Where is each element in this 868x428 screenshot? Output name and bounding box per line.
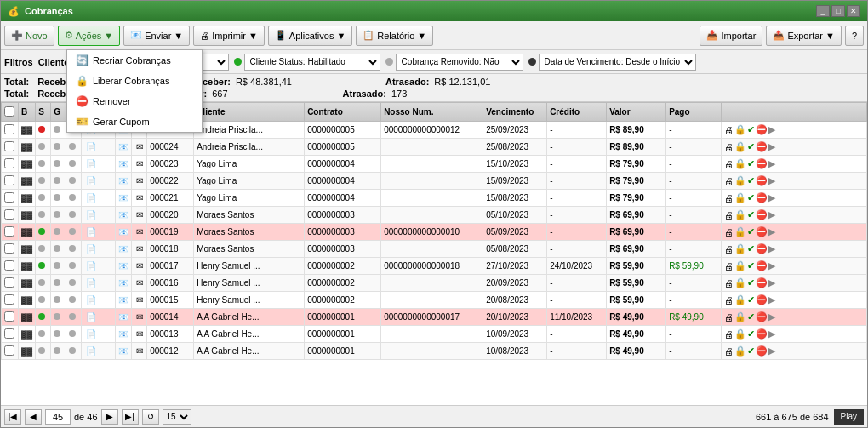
row-check[interactable] xyxy=(2,241,19,258)
check-action-icon[interactable]: ✔ xyxy=(747,209,755,220)
row-m1[interactable]: 📧 xyxy=(116,258,132,275)
check-action-icon[interactable]: ✔ xyxy=(747,311,755,322)
lock-action-icon[interactable]: 🔒 xyxy=(734,192,746,203)
row-m2[interactable]: ✉ xyxy=(132,275,147,292)
liberar-cobranças-menu-item[interactable]: 🔒 Liberar Cobranças xyxy=(67,71,202,91)
row-m1[interactable]: 📧 xyxy=(116,309,132,326)
lock-action-icon[interactable]: 🔒 xyxy=(734,311,746,322)
remove-action-icon[interactable]: ⛔ xyxy=(756,192,768,203)
remove-action-icon[interactable]: ⛔ xyxy=(756,226,768,237)
scroll-action-icon[interactable]: ▶ xyxy=(768,277,775,288)
recriar-cobranças-menu-item[interactable]: 🔄 Recriar Cobranças xyxy=(67,50,202,71)
print-action-icon[interactable]: 🖨 xyxy=(724,295,734,305)
refresh-button[interactable]: ↺ xyxy=(142,409,159,425)
remove-action-icon[interactable]: ⛔ xyxy=(756,345,768,357)
print-action-icon[interactable]: 🖨 xyxy=(724,142,734,152)
lock-action-icon[interactable]: 🔒 xyxy=(734,260,746,271)
print-action-icon[interactable]: 🖨 xyxy=(724,193,734,203)
row-m2[interactable]: ✉ xyxy=(132,292,147,309)
row-m2[interactable]: ✉ xyxy=(132,224,147,241)
row-check[interactable] xyxy=(2,224,19,241)
row-m1[interactable]: 📧 xyxy=(116,292,132,309)
gerar-cupom-menu-item[interactable]: 🎫 Gerar Cupom xyxy=(67,111,202,132)
last-page-button[interactable]: ▶| xyxy=(122,409,139,425)
row-nf[interactable]: 📄 xyxy=(82,275,100,292)
print-action-icon[interactable]: 🖨 xyxy=(724,176,734,186)
lock-action-icon[interactable]: 🔒 xyxy=(734,277,746,288)
select-all-checkbox[interactable] xyxy=(4,106,14,117)
row-nf[interactable]: 📄 xyxy=(82,326,100,343)
first-page-button[interactable]: |◀ xyxy=(4,409,21,425)
maximize-button[interactable]: □ xyxy=(831,5,845,17)
row-nf[interactable]: 📄 xyxy=(82,156,100,173)
row-nf[interactable]: 📄 xyxy=(82,207,100,224)
row-check[interactable] xyxy=(2,122,19,139)
header-contrato[interactable]: Contrato xyxy=(305,103,381,122)
row-check[interactable] xyxy=(2,309,19,326)
check-action-icon[interactable]: ✔ xyxy=(747,158,755,169)
row-nf[interactable]: 📄 xyxy=(82,139,100,156)
row-m2[interactable]: ✉ xyxy=(132,156,147,173)
row-m2[interactable]: ✉ xyxy=(132,258,147,275)
check-action-icon[interactable]: ✔ xyxy=(747,243,755,254)
print-action-icon[interactable]: 🖨 xyxy=(724,210,734,220)
row-m1[interactable]: 📧 xyxy=(116,326,132,343)
check-action-icon[interactable]: ✔ xyxy=(747,345,755,357)
check-action-icon[interactable]: ✔ xyxy=(747,294,755,305)
row-m1[interactable]: 📧 xyxy=(116,241,132,258)
scroll-action-icon[interactable]: ▶ xyxy=(768,243,775,254)
data-select[interactable]: Data de Vencimento: Desde o Início xyxy=(539,54,696,71)
row-check[interactable] xyxy=(2,190,19,207)
print-action-icon[interactable]: 🖨 xyxy=(724,312,734,322)
row-nf[interactable]: 📄 xyxy=(82,292,100,309)
row-nf[interactable]: 📄 xyxy=(82,258,100,275)
scroll-action-icon[interactable]: ▶ xyxy=(768,260,775,271)
scroll-action-icon[interactable]: ▶ xyxy=(768,209,775,220)
header-g[interactable]: G xyxy=(51,103,66,122)
row-m1[interactable]: 📧 xyxy=(116,275,132,292)
remover-menu-item[interactable]: ⛔ Remover xyxy=(67,91,202,111)
scroll-action-icon[interactable]: ▶ xyxy=(768,124,775,135)
header-b[interactable]: B xyxy=(19,103,36,122)
row-nf[interactable]: 📄 xyxy=(82,241,100,258)
lock-action-icon[interactable]: 🔒 xyxy=(734,226,746,237)
remove-action-icon[interactable]: ⛔ xyxy=(756,277,768,288)
row-nf[interactable]: 📄 xyxy=(82,309,100,326)
scroll-action-icon[interactable]: ▶ xyxy=(768,345,775,357)
lock-action-icon[interactable]: 🔒 xyxy=(734,158,746,169)
remove-action-icon[interactable]: ⛔ xyxy=(756,209,768,220)
print-action-icon[interactable]: 🖨 xyxy=(724,125,734,135)
remove-action-icon[interactable]: ⛔ xyxy=(756,158,768,169)
row-check[interactable] xyxy=(2,275,19,292)
row-check[interactable] xyxy=(2,326,19,343)
lock-action-icon[interactable]: 🔒 xyxy=(734,345,746,357)
row-check[interactable] xyxy=(2,258,19,275)
lock-action-icon[interactable]: 🔒 xyxy=(734,141,746,152)
row-check[interactable] xyxy=(2,207,19,224)
lock-action-icon[interactable]: 🔒 xyxy=(734,328,746,340)
print-action-icon[interactable]: 🖨 xyxy=(724,278,734,288)
removido-select[interactable]: Cobrança Removido: Não xyxy=(396,54,523,71)
header-nosso-num[interactable]: Nosso Num. xyxy=(381,103,483,122)
row-m2[interactable]: ✉ xyxy=(132,139,147,156)
row-nf[interactable]: 📄 xyxy=(82,190,100,207)
header-s[interactable]: S xyxy=(36,103,51,122)
print-action-icon[interactable]: 🖨 xyxy=(724,329,734,340)
aplicativos-button[interactable]: 📱 Aplicativos ▼ xyxy=(268,26,352,46)
check-action-icon[interactable]: ✔ xyxy=(747,124,755,135)
lock-action-icon[interactable]: 🔒 xyxy=(734,124,746,135)
print-action-icon[interactable]: 🖨 xyxy=(724,346,734,357)
remove-action-icon[interactable]: ⛔ xyxy=(756,294,768,305)
row-check[interactable] xyxy=(2,292,19,309)
remove-action-icon[interactable]: ⛔ xyxy=(756,328,768,340)
header-cliente[interactable]: Cliente xyxy=(194,103,305,122)
row-m1[interactable]: 📧 xyxy=(116,173,132,190)
print-action-icon[interactable]: 🖨 xyxy=(724,261,734,271)
check-action-icon[interactable]: ✔ xyxy=(747,175,755,186)
row-m2[interactable]: ✉ xyxy=(132,173,147,190)
remove-action-icon[interactable]: ⛔ xyxy=(756,243,768,254)
scroll-action-icon[interactable]: ▶ xyxy=(768,311,775,322)
acoes-button[interactable]: ⚙ Ações ▼ xyxy=(58,26,120,46)
scroll-action-icon[interactable]: ▶ xyxy=(768,226,775,237)
row-check[interactable] xyxy=(2,343,19,360)
